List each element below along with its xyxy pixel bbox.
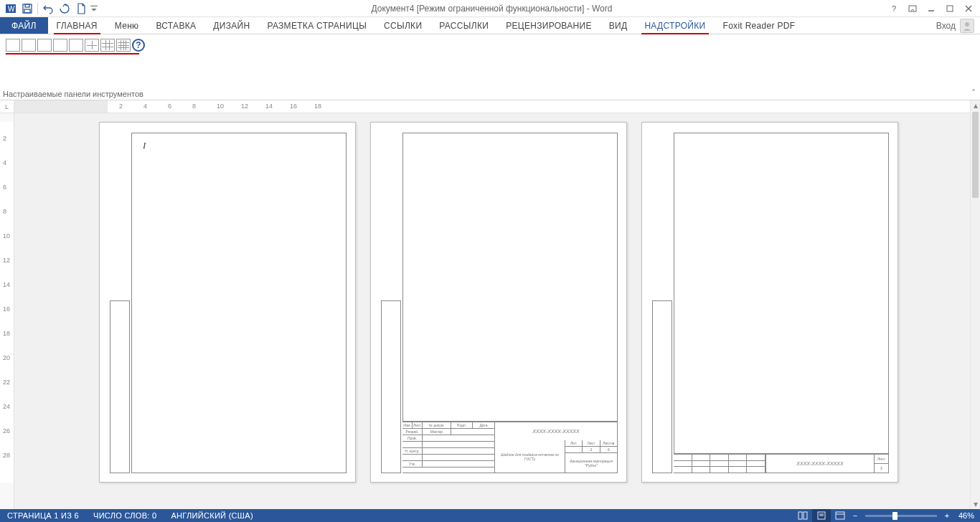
window-title: Документ4 [Режим ограниченной функционал… (98, 4, 885, 14)
collapse-ribbon-icon[interactable]: ˄ (971, 88, 976, 98)
tab-foxit[interactable]: Foxit Reader PDF (715, 17, 804, 34)
new-doc-icon[interactable] (73, 1, 89, 16)
tab-review[interactable]: РЕЦЕНЗИРОВАНИЕ (497, 17, 600, 34)
document-area[interactable]: I Изм.Лист№ докум.Подп.Дата Разраб.Масте… (14, 113, 970, 509)
svg-point-12 (965, 22, 969, 27)
tab-page-layout[interactable]: РАЗМЕТКА СТРАНИЦЫ (258, 17, 375, 34)
scroll-up-icon[interactable]: ▴ (971, 100, 980, 110)
frame-tool-8[interactable] (116, 39, 131, 52)
status-word-count[interactable]: ЧИСЛО СЛОВ: 0 (86, 511, 164, 520)
word-app-icon[interactable]: W (3, 1, 19, 16)
addin-toolbar: ? (0, 34, 980, 53)
save-icon[interactable] (19, 1, 35, 16)
page-3[interactable]: XXXX-XXXX-XXXXX Лист3 (641, 122, 898, 483)
page-1[interactable]: I (99, 122, 356, 483)
tab-design[interactable]: ДИЗАЙН (204, 17, 258, 34)
tab-selector[interactable]: L (0, 100, 14, 113)
svg-rect-18 (836, 512, 844, 519)
svg-text:W: W (8, 5, 15, 13)
gost-title-block-small: XXXX-XXXX-XXXXX Лист3 (674, 454, 889, 473)
tab-menu[interactable]: Меню (106, 17, 148, 34)
avatar-icon (960, 19, 974, 33)
tab-home[interactable]: ГЛАВНАЯ (48, 17, 106, 34)
addin-help-icon[interactable]: ? (132, 39, 145, 52)
svg-rect-3 (25, 4, 29, 7)
svg-rect-14 (804, 512, 807, 519)
frame-tool-2[interactable] (22, 39, 36, 52)
view-web-layout-icon[interactable] (831, 509, 849, 522)
addin-toolbar-underline (6, 53, 139, 54)
tab-file[interactable]: ФАЙЛ (0, 17, 48, 34)
vertical-ruler[interactable]: 2 4 6 8 10 12 14 16 18 20 22 24 26 28 (0, 113, 14, 509)
quick-access-toolbar: W (0, 1, 98, 16)
sign-in-label: Вход (936, 21, 956, 31)
status-language[interactable]: АНГЛИЙСКИЙ (США) (164, 511, 260, 520)
status-page[interactable]: СТРАНИЦА 1 ИЗ 6 (0, 511, 86, 520)
redo-icon[interactable] (57, 1, 72, 16)
view-print-layout-icon[interactable] (812, 509, 831, 522)
maximize-icon[interactable] (941, 1, 958, 16)
frame-tool-4[interactable] (53, 39, 67, 52)
frame-tool-6[interactable] (85, 39, 99, 52)
undo-icon[interactable] (40, 1, 56, 16)
status-bar: СТРАНИЦА 1 ИЗ 6 ЧИСЛО СЛОВ: 0 АНГЛИЙСКИЙ… (0, 509, 980, 522)
ribbon-display-options-icon[interactable] (904, 1, 921, 16)
ribbon-body: ? Настраиваемые панели инструментов ˄ (0, 34, 980, 100)
ribbon-group-label: Настраиваемые панели инструментов (3, 90, 143, 98)
frame-tool-3[interactable] (37, 39, 52, 52)
minimize-icon[interactable] (923, 1, 940, 16)
frame-tool-7[interactable] (100, 39, 115, 52)
help-icon[interactable]: ? (885, 1, 903, 16)
svg-text:?: ? (892, 4, 896, 13)
close-icon[interactable] (960, 1, 977, 16)
tab-addins[interactable]: НАДСТРОЙКИ (636, 17, 714, 34)
zoom-in-button[interactable]: + (941, 511, 953, 520)
window-controls: ? (885, 1, 980, 16)
page-2[interactable]: Изм.Лист№ докум.Подп.Дата Разраб.Мастер … (370, 122, 627, 483)
text-cursor: I (143, 140, 146, 151)
scroll-down-icon[interactable]: ▾ (971, 499, 980, 509)
title-bar: W Документ4 [Режим ограниченной функцион… (0, 0, 980, 17)
document-canvas: 2 4 6 8 10 12 14 16 18 20 22 24 26 28 I (0, 113, 970, 509)
zoom-out-button[interactable]: − (849, 511, 861, 520)
svg-rect-9 (947, 6, 953, 11)
gost-title-block: Изм.Лист№ докум.Подп.Дата Разраб.Мастер … (402, 422, 618, 473)
frame-tool-1[interactable] (6, 39, 20, 52)
tab-view[interactable]: ВИД (600, 17, 636, 34)
horizontal-ruler[interactable]: L 2 4 6 8 10 12 14 16 18 (0, 100, 980, 113)
scrollbar-thumb[interactable] (972, 112, 979, 198)
svg-rect-13 (798, 512, 802, 519)
svg-rect-4 (24, 9, 30, 13)
svg-rect-7 (909, 6, 916, 11)
zoom-slider[interactable] (865, 515, 937, 517)
tab-mailings[interactable]: РАССЫЛКИ (430, 17, 497, 34)
zoom-slider-handle[interactable] (892, 512, 897, 520)
sign-in[interactable]: Вход (930, 17, 980, 34)
tab-insert[interactable]: ВСТАВКА (147, 17, 204, 34)
frame-tool-5[interactable] (69, 39, 83, 52)
view-read-mode-icon[interactable] (793, 509, 812, 522)
qat-customize-dropdown[interactable] (90, 1, 98, 16)
ribbon-tabs: ФАЙЛ ГЛАВНАЯ Меню ВСТАВКА ДИЗАЙН РАЗМЕТК… (0, 17, 980, 34)
zoom-percentage[interactable]: 46% (953, 511, 980, 520)
vertical-scrollbar[interactable]: ▴ ▾ (970, 100, 980, 509)
tab-references[interactable]: ССЫЛКИ (375, 17, 430, 34)
